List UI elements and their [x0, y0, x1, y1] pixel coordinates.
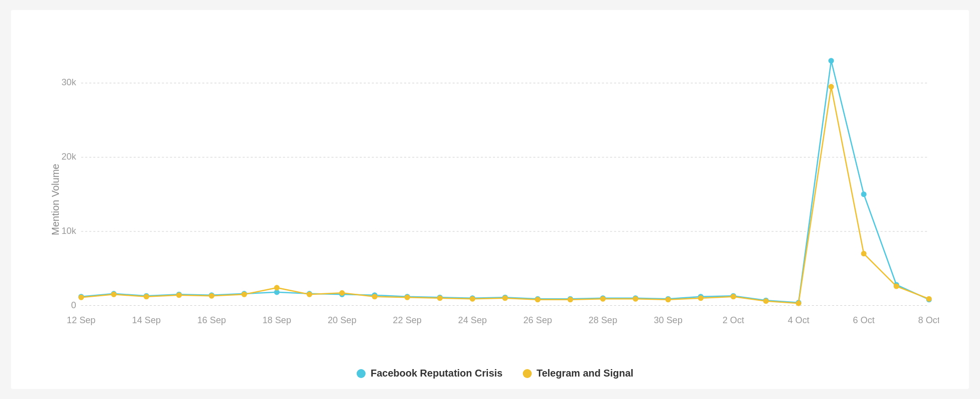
svg-text:12 Sep: 12 Sep: [67, 315, 96, 325]
svg-text:30k: 30k: [61, 77, 76, 87]
svg-point-61: [470, 296, 475, 301]
svg-point-66: [633, 296, 638, 301]
legend-dot-facebook: [357, 369, 366, 378]
svg-text:18 Sep: 18 Sep: [262, 315, 291, 325]
chart-area: 010k20k30k12 Sep14 Sep16 Sep18 Sep20 Sep…: [51, 30, 939, 349]
svg-point-57: [339, 290, 344, 295]
svg-point-72: [829, 84, 834, 89]
svg-point-53: [209, 293, 214, 298]
svg-text:14 Sep: 14 Sep: [132, 315, 161, 325]
svg-point-49: [79, 295, 84, 300]
svg-text:30 Sep: 30 Sep: [654, 315, 683, 325]
svg-text:20k: 20k: [61, 152, 76, 162]
svg-point-74: [894, 284, 899, 289]
svg-point-69: [731, 294, 736, 299]
svg-point-59: [405, 295, 410, 300]
svg-point-75: [927, 296, 932, 301]
chart-container: Mention Volume 010k20k30k12 Sep14 Sep16 …: [11, 10, 969, 389]
svg-point-58: [372, 294, 377, 299]
svg-point-52: [177, 293, 182, 298]
svg-text:4 Oct: 4 Oct: [788, 315, 809, 325]
svg-point-45: [829, 58, 834, 63]
legend-item-facebook: Facebook Reputation Crisis: [357, 368, 503, 379]
svg-point-73: [861, 251, 866, 256]
svg-text:22 Sep: 22 Sep: [393, 315, 422, 325]
svg-point-55: [274, 285, 279, 290]
legend-label-facebook: Facebook Reputation Crisis: [371, 368, 503, 379]
svg-point-46: [861, 192, 866, 197]
svg-text:6 Oct: 6 Oct: [853, 315, 874, 325]
svg-text:28 Sep: 28 Sep: [588, 315, 617, 325]
svg-point-54: [242, 292, 246, 297]
svg-point-68: [698, 296, 703, 301]
legend-item-telegram: Telegram and Signal: [522, 368, 633, 379]
svg-point-50: [111, 292, 116, 297]
svg-point-71: [796, 301, 801, 306]
svg-point-56: [307, 292, 312, 297]
chart-legend: Facebook Reputation Crisis Telegram and …: [357, 368, 634, 379]
svg-text:24 Sep: 24 Sep: [458, 315, 487, 325]
svg-point-60: [437, 296, 442, 301]
svg-point-65: [600, 296, 605, 301]
svg-text:0: 0: [71, 300, 76, 310]
chart-svg: 010k20k30k12 Sep14 Sep16 Sep18 Sep20 Sep…: [51, 30, 939, 349]
svg-point-64: [568, 297, 573, 302]
svg-text:10k: 10k: [61, 226, 76, 236]
svg-text:26 Sep: 26 Sep: [523, 315, 552, 325]
svg-text:8 Oct: 8 Oct: [918, 315, 939, 325]
legend-dot-telegram: [522, 369, 531, 378]
svg-text:2 Oct: 2 Oct: [723, 315, 744, 325]
svg-text:20 Sep: 20 Sep: [328, 315, 357, 325]
svg-text:16 Sep: 16 Sep: [197, 315, 226, 325]
svg-point-62: [502, 296, 507, 301]
svg-point-51: [144, 294, 149, 299]
legend-label-telegram: Telegram and Signal: [536, 368, 633, 379]
svg-point-70: [763, 299, 768, 304]
svg-point-63: [535, 297, 540, 302]
svg-point-67: [666, 297, 671, 302]
